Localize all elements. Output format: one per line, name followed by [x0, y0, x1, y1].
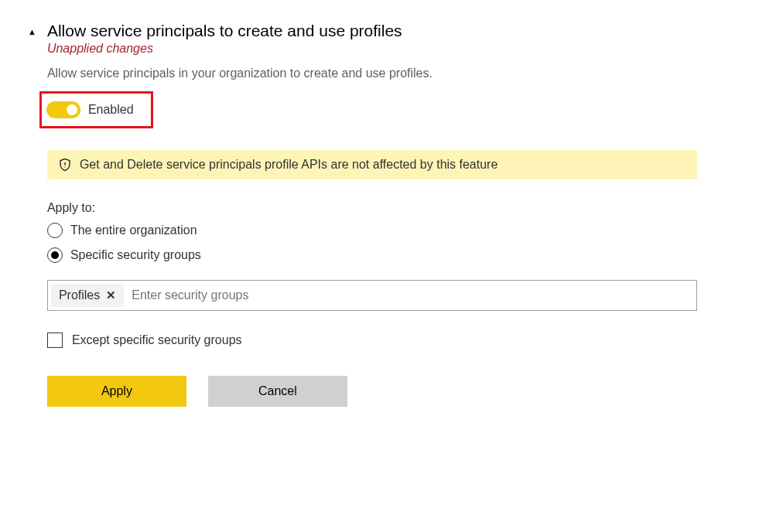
tag-remove-icon[interactable]: ✕ [106, 288, 116, 302]
svg-point-1 [64, 166, 65, 167]
tag-label: Profiles [59, 288, 100, 302]
setting-title: Allow service principals to create and u… [47, 22, 697, 40]
shield-warning-icon [58, 158, 72, 172]
enabled-toggle-highlight: Enabled [39, 91, 153, 128]
enabled-toggle[interactable] [46, 101, 80, 118]
checkbox-unchecked-icon [47, 332, 63, 348]
toggle-label: Enabled [88, 103, 134, 117]
radio-entire-organization[interactable]: The entire organization [47, 223, 697, 238]
radio-icon-unchecked [47, 223, 63, 238]
radio-specific-security-groups[interactable]: Specific security groups [47, 247, 697, 263]
setting-content: Allow service principals to create and u… [47, 22, 697, 407]
apply-button[interactable]: Apply [47, 376, 186, 407]
security-group-tag: Profiles ✕ [51, 284, 124, 307]
setting-description: Allow service principals in your organiz… [47, 66, 697, 80]
action-buttons: Apply Cancel [47, 376, 697, 407]
warning-text: Get and Delete service principals profil… [80, 158, 497, 172]
cancel-button[interactable]: Cancel [208, 376, 347, 407]
security-groups-text-input[interactable] [124, 284, 693, 307]
radio-label: The entire organization [70, 223, 197, 237]
security-groups-input[interactable]: Profiles ✕ [47, 280, 697, 311]
toggle-knob [67, 104, 77, 115]
collapse-icon[interactable]: ▲ [28, 27, 36, 407]
warning-banner: Get and Delete service principals profil… [47, 150, 697, 179]
apply-to-label: Apply to: [47, 201, 697, 215]
unapplied-changes-label: Unapplied changes [47, 42, 697, 56]
setting-section: ▲ Allow service principals to create and… [28, 22, 731, 407]
radio-icon-checked [47, 247, 63, 263]
except-checkbox-row[interactable]: Except specific security groups [47, 332, 697, 348]
radio-label: Specific security groups [70, 248, 201, 262]
except-label: Except specific security groups [72, 333, 242, 347]
